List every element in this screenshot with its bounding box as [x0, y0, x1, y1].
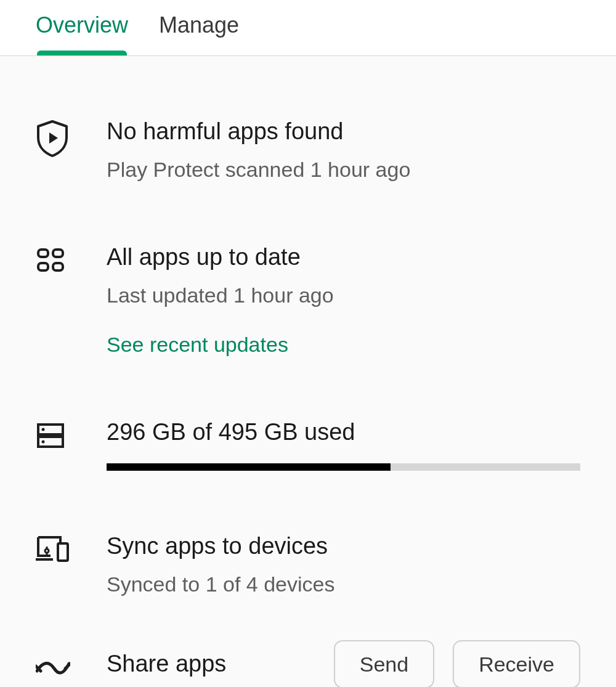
svg-rect-9	[58, 543, 68, 561]
receive-button[interactable]: Receive	[453, 640, 580, 687]
svg-point-7	[42, 440, 45, 443]
row-storage[interactable]: 296 GB of 495 GB used	[36, 418, 580, 471]
svg-point-10	[45, 549, 49, 553]
play-protect-subtitle: Play Protect scanned 1 hour ago	[107, 157, 580, 182]
row-sync[interactable]: Sync apps to devices Synced to 1 of 4 de…	[36, 532, 580, 596]
sync-title: Sync apps to devices	[107, 532, 580, 561]
storage-progress-fill	[107, 463, 391, 471]
see-recent-updates-link[interactable]: See recent updates	[107, 333, 288, 357]
row-play-protect[interactable]: No harmful apps found Play Protect scann…	[36, 118, 580, 182]
svg-point-6	[42, 428, 45, 431]
updates-subtitle: Last updated 1 hour ago	[107, 283, 580, 308]
row-updates[interactable]: All apps up to date Last updated 1 hour …	[36, 243, 580, 356]
share-title: Share apps	[107, 651, 334, 677]
tabs: Overview Manage	[0, 0, 616, 56]
tab-overview[interactable]: Overview	[36, 12, 128, 55]
devices-icon	[36, 535, 69, 562]
row-share: Share apps Send Receive	[36, 640, 580, 687]
shield-play-icon	[36, 120, 69, 157]
play-protect-title: No harmful apps found	[107, 118, 580, 146]
svg-rect-3	[53, 263, 63, 270]
share-icon	[36, 657, 70, 676]
send-button[interactable]: Send	[334, 640, 434, 687]
apps-grid-icon	[36, 246, 65, 275]
sync-subtitle: Synced to 1 of 4 devices	[107, 572, 580, 597]
svg-rect-0	[38, 250, 48, 257]
tab-manage[interactable]: Manage	[159, 12, 239, 55]
storage-icon	[36, 421, 65, 450]
storage-progress	[107, 463, 580, 471]
svg-rect-2	[38, 263, 48, 270]
storage-title: 296 GB of 495 GB used	[107, 418, 580, 447]
svg-rect-1	[53, 250, 63, 257]
updates-title: All apps up to date	[107, 243, 580, 272]
